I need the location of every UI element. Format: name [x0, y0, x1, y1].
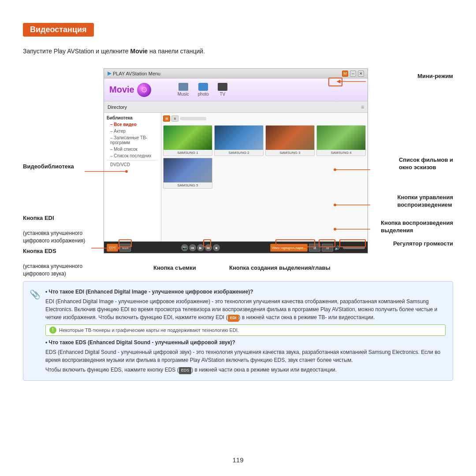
snapshot-button[interactable]: 📷	[181, 244, 188, 251]
info-icon: 📎	[30, 288, 42, 300]
content-toolbar: ⊞ ≡	[163, 115, 366, 123]
arrow-playback-ctrl	[335, 201, 432, 209]
sidebar-item-recorded-tv[interactable]: – Записанные ТВ-программ	[104, 134, 161, 146]
thumbnail-item-2[interactable]: SAMSUNG 2	[214, 125, 264, 156]
svg-point-10	[118, 247, 120, 249]
thumb-label-1: SAMSUNG 1	[164, 150, 212, 156]
callout-mini-mode: Мини-режим	[417, 73, 453, 80]
app-title-text: PLAY AVStation Menu	[113, 71, 160, 76]
volume-highlight	[339, 239, 366, 247]
prev-button[interactable]: ⏮	[189, 244, 196, 251]
app-body: Библиотека – Все видео – Актер – Записан…	[104, 113, 368, 242]
movie-ball-icon	[137, 83, 151, 97]
tv-icon	[218, 83, 227, 91]
arrow-eds	[23, 244, 120, 253]
svg-point-8	[334, 228, 336, 231]
directory-header: Directory ≡	[104, 101, 368, 113]
music-icon	[178, 83, 188, 91]
sidebar-item-my-list[interactable]: – Мой список	[104, 146, 161, 152]
nav-photo[interactable]: photo	[198, 83, 209, 97]
highlight-chapter-highlight	[275, 239, 315, 247]
info-bullet2-text: EDS (Enhanced Digital Sound - улучшенный…	[45, 348, 446, 364]
thumb-label-5: SAMSUNG 5	[164, 182, 212, 188]
thumb-label-3: SAMSUNG 3	[266, 150, 314, 156]
thumbnail-item-4[interactable]: SAMSUNG 4	[316, 125, 366, 156]
close-button[interactable]: ✕	[358, 71, 364, 77]
sidebar-group-library: Библиотека	[104, 115, 161, 121]
thumb-image-2	[215, 126, 263, 150]
movie-logo: Movie	[109, 83, 151, 97]
info-bullet1-title: • Что такое EDI (Enhanced Digital Image …	[45, 288, 446, 296]
size-slider[interactable]	[180, 117, 206, 120]
arrow-mini-mode	[273, 77, 370, 86]
note-icon: !	[49, 327, 56, 334]
svg-point-2	[125, 170, 128, 173]
thumbnail-item-5[interactable]: SAMSUNG 5	[163, 158, 212, 189]
app-screenshot: ▶ PLAY AVStation Menu M ─ ✕ Movie Music …	[104, 68, 368, 253]
sidebar-item-all-video[interactable]: – Все видео	[104, 121, 161, 128]
callout-volume: Регулятор громкости	[393, 240, 453, 248]
nav-icons: Music photo TV	[178, 83, 227, 97]
note-text: Некоторые ТВ-тюнеры и графические карты …	[59, 327, 239, 334]
nav-tv[interactable]: TV	[218, 83, 227, 97]
thumb-label-4: SAMSUNG 4	[317, 150, 365, 156]
playback-controls: 📷 ⏮ ▶ ⏭ ■	[181, 244, 220, 251]
callout-highlight-chapter: Кнопка создания выделения/главы	[229, 264, 331, 272]
thumb-image-1	[164, 126, 212, 150]
callout-snapshot: Кнопка съемки	[153, 264, 196, 272]
info-bullet2-end: Чтобы включить функцию EDS, нажмите кноп…	[45, 366, 446, 374]
sidebar-divider	[107, 160, 158, 160]
arrow-playback-select	[335, 225, 432, 234]
nav-photo-label: photo	[198, 92, 209, 97]
intro-text: Запустите Play AVStation и щелкните Movi…	[23, 48, 205, 55]
sidebar: Библиотека – Все видео – Актер – Записан…	[104, 113, 161, 242]
sidebar-item-dvd[interactable]: DVD/VCD	[104, 161, 161, 168]
directory-label: Directory	[108, 104, 127, 110]
page-title: Видеостанция	[23, 23, 94, 37]
thumb-image-5	[164, 158, 212, 182]
thumbnails-grid: SAMSUNG 1 SAMSUNG 2 SAMSUNG 3 SAMSUNG 4	[163, 125, 366, 156]
play-avstation-icon: ▶	[108, 71, 111, 76]
thumb-image-3	[266, 126, 314, 150]
movie-label: Movie	[109, 85, 134, 95]
thumb-label-2: SAMSUNG 2	[215, 150, 263, 156]
sidebar-item-actor[interactable]: – Актер	[104, 128, 161, 134]
thumb-image-4	[317, 126, 365, 150]
eds-highlight	[119, 239, 132, 247]
page-number: 119	[232, 456, 243, 464]
mini-mode-button[interactable]: M	[342, 71, 348, 77]
svg-point-4	[334, 168, 336, 171]
nav-tv-label: TV	[219, 92, 225, 97]
svg-point-6	[334, 204, 336, 206]
view-grid-button[interactable]: ⊞	[163, 115, 170, 122]
view-list-button[interactable]: ≡	[171, 115, 178, 122]
minimize-button[interactable]: ─	[350, 71, 356, 77]
arrow-film-list	[335, 165, 432, 174]
info-bullet2-title: • Что такое EDS (Enhanced Digital Sound …	[45, 338, 446, 346]
sidebar-item-recent[interactable]: – Список последних	[104, 152, 161, 159]
thumbnail-item-1[interactable]: SAMSUNG 1	[163, 125, 212, 156]
callout-edi: Кнопка EDI (установка улучшенногоцифрово…	[23, 207, 85, 244]
arrow-video-library	[23, 167, 111, 176]
dir-header-icon: ≡	[361, 104, 364, 110]
info-box: 📎 • Что такое EDI (Enhanced Digital Imag…	[23, 281, 453, 381]
main-content: ⊞ ≡ SAMSUNG 1 SAMSUNG 2 SAMSUNG 3	[161, 113, 368, 242]
snapshot-highlight	[203, 239, 211, 247]
thumbnail-item-3[interactable]: SAMSUNG 3	[265, 125, 315, 156]
nav-music[interactable]: Music	[178, 83, 189, 97]
info-note: ! Некоторые ТВ-тюнеры и графические карт…	[45, 324, 446, 336]
stop-button[interactable]: ■	[213, 244, 220, 251]
playback-ctrl-highlight	[319, 239, 335, 247]
nav-music-label: Music	[178, 92, 189, 97]
info-bullet1-text: EDI (Enhanced Digital Image - улучшенное…	[45, 298, 446, 322]
window-controls: M ─ ✕	[342, 71, 364, 77]
photo-icon	[198, 83, 208, 91]
